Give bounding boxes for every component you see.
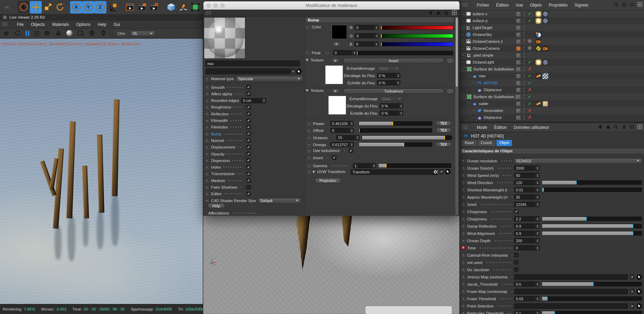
channel-checkbox[interactable] (246, 132, 251, 136)
stepper-icon[interactable] (399, 111, 403, 115)
slider-caret[interactable] (632, 224, 633, 228)
move-tool-button[interactable] (30, 1, 42, 13)
blur-field[interactable]: 0 % (380, 103, 403, 108)
menu-fichier[interactable]: Fichier (477, 3, 489, 8)
stepper-icon[interactable] (536, 217, 539, 221)
attribute-slider[interactable] (542, 311, 642, 314)
visibility-dots[interactable] (523, 67, 525, 71)
attribute-slider[interactable] (542, 224, 642, 228)
visibility-dots[interactable] (523, 95, 525, 99)
enable-state-icon[interactable]: ✓ (527, 94, 532, 99)
octane-logo-button[interactable] (3, 30, 10, 37)
channel-checkbox[interactable] (246, 85, 251, 89)
tag-light-icon[interactable] (536, 11, 541, 17)
menu-dition[interactable]: Édition (496, 3, 509, 8)
channel-g-field[interactable]: 0 (355, 33, 379, 38)
stepper-icon[interactable] (350, 121, 353, 126)
keyframe-dot[interactable] (462, 246, 465, 250)
tab-base[interactable]: Base (462, 140, 477, 146)
enable-state-icon[interactable] (527, 46, 532, 51)
object-row-surface-de-subdivision-1[interactable]: −Surface de Subdivision.1✓ (460, 93, 644, 100)
channel-radio[interactable] (205, 172, 209, 176)
target-button[interactable] (629, 124, 635, 131)
attribute-radio[interactable] (462, 195, 465, 199)
search-button[interactable] (613, 124, 619, 131)
menu-signets[interactable]: Signets (575, 3, 588, 8)
channel-value-field[interactable]: 0 cm (241, 98, 266, 103)
visibility-dots[interactable] (523, 46, 525, 50)
nav-back-button[interactable] (428, 10, 433, 16)
channel-radio[interactable] (205, 132, 209, 136)
object-row-incurvation[interactable]: Incurvation✗ (460, 107, 644, 114)
param-radio[interactable] (307, 149, 311, 153)
slider-caret[interactable] (593, 282, 594, 286)
material-preview-button[interactable] (66, 30, 73, 37)
attribute-radio[interactable] (462, 297, 465, 301)
layer-swatch[interactable] (516, 74, 521, 78)
render-view-button[interactable] (124, 1, 136, 13)
stepper-icon[interactable] (352, 50, 356, 55)
scrollbar-thumb[interactable] (456, 18, 458, 87)
slider-caret[interactable] (359, 129, 360, 132)
stepper-icon[interactable] (372, 163, 376, 168)
stepper-icon[interactable] (536, 195, 539, 199)
select-tool-button[interactable] (18, 1, 30, 13)
tag-material-checker-icon[interactable] (542, 73, 548, 79)
enable-state-icon[interactable]: ✓ (527, 74, 532, 78)
color-swatch[interactable] (332, 25, 347, 39)
object-properties-section-header[interactable]: Caractéristiques de l'Objet (460, 148, 644, 154)
param-slider[interactable] (359, 142, 432, 147)
channel-checkbox[interactable] (246, 192, 251, 196)
attribute-radio[interactable] (462, 159, 465, 163)
tag-phong-icon[interactable] (536, 101, 541, 107)
attribute-number-field[interactable]: 0.01 (514, 187, 540, 192)
menu-help[interactable]: Help (98, 22, 106, 27)
channel-radio[interactable] (205, 199, 209, 202)
expander-icon[interactable]: − (467, 74, 471, 78)
attribute-radio[interactable] (462, 239, 465, 242)
param-slider[interactable] (359, 128, 432, 133)
slider-caret[interactable] (547, 297, 548, 301)
slider-caret[interactable] (554, 311, 555, 314)
home-button[interactable] (621, 2, 627, 8)
channel-checkbox[interactable] (246, 185, 251, 190)
attribute-radio[interactable] (462, 173, 465, 177)
live-viewer-titlebar[interactable]: Live Viewer 2.25 R3 (0, 15, 203, 20)
expander-icon[interactable]: − (462, 95, 465, 99)
tag-compositing-icon[interactable] (542, 18, 548, 24)
param-field[interactable]: 1. (353, 163, 376, 168)
blur-field[interactable]: 0 % (380, 111, 403, 116)
scale-tool-button[interactable] (42, 1, 54, 13)
attribute-checkbox[interactable] (514, 209, 519, 214)
lock-button[interactable] (621, 124, 627, 131)
attribute-checkbox[interactable] (514, 253, 519, 257)
attribute-link-field[interactable] (514, 303, 628, 309)
slider-caret[interactable] (576, 181, 577, 184)
channel-radio[interactable] (205, 99, 209, 103)
channel-checkbox[interactable] (246, 105, 251, 110)
slider-caret[interactable] (403, 143, 404, 146)
channel-b-field[interactable]: 0 (354, 41, 379, 47)
object-row-octanecamera[interactable]: OctaneCamera (460, 45, 644, 52)
object-row-suface-c[interactable]: suface c✓ (460, 10, 644, 17)
uvw-transform-field[interactable]: Transform (351, 169, 438, 175)
tex-button[interactable]: TEX (436, 142, 452, 147)
texture-shader-button[interactable]: Invert (343, 58, 444, 64)
layer-swatch[interactable] (516, 81, 521, 85)
enable-state-icon[interactable]: ✓ (527, 60, 532, 65)
attribute-radio[interactable] (462, 304, 465, 308)
texture-preview[interactable] (325, 65, 343, 84)
attribute-radio[interactable] (462, 282, 465, 286)
slider-caret[interactable] (586, 217, 587, 221)
visibility-dots[interactable] (523, 19, 525, 23)
channel-radio[interactable] (205, 165, 209, 169)
disclosure-icon[interactable] (306, 59, 309, 61)
slider-caret[interactable] (386, 164, 387, 168)
slider-caret[interactable] (543, 188, 544, 192)
tab-coord[interactable]: Coord. (477, 140, 496, 146)
menu-materials[interactable]: Materials (52, 22, 69, 27)
attribute-radio[interactable] (462, 289, 465, 293)
material-name-field[interactable]: eau (206, 60, 300, 66)
node-picker-icon[interactable] (296, 69, 302, 74)
drag-grip-icon[interactable] (462, 3, 468, 7)
